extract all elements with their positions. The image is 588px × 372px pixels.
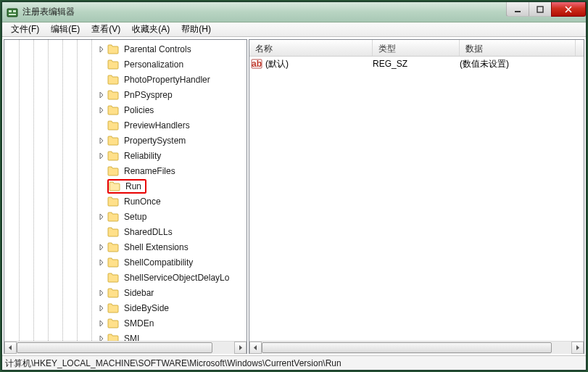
tree-item-label: SMI [122, 333, 141, 342]
menu-favorites[interactable]: 收藏夹(A) [126, 22, 175, 37]
svg-text:ab: ab [252, 59, 262, 69]
svg-rect-2 [13, 10, 16, 12]
tree-item[interactable]: RenameFiles [4, 163, 231, 178]
tree-item-label: PreviewHandlers [122, 120, 192, 131]
values-hscroll[interactable] [249, 341, 584, 353]
tree-item[interactable]: Reliability [4, 148, 231, 163]
app-icon [7, 7, 18, 18]
tree-expander[interactable] [97, 243, 106, 252]
maximize-button[interactable] [529, 2, 552, 17]
tree-expander[interactable] [97, 289, 106, 297]
scroll-right-button[interactable] [571, 342, 584, 354]
scroll-left-button[interactable] [249, 342, 262, 354]
folder-icon [109, 181, 120, 191]
tree-item[interactable]: Personalization [4, 57, 231, 72]
window-buttons [507, 2, 586, 17]
svg-rect-5 [537, 7, 543, 12]
tree-expander[interactable] [97, 319, 106, 328]
tree-item-label: PnPSysprep [122, 89, 175, 101]
tree-item[interactable]: SideBySide [4, 300, 231, 315]
tree-expander-empty [97, 167, 106, 175]
tree: Parental ControlsPersonalizationPhotoPro… [4, 40, 231, 341]
tree-expander-empty [97, 228, 106, 236]
tree-item[interactable]: RunOnce [4, 194, 231, 209]
columns-header: 名称 类型 数据 [249, 40, 584, 57]
tree-item[interactable]: SharedDLLs [4, 224, 231, 239]
folder-icon [107, 257, 119, 268]
tree-expander-empty [97, 60, 106, 69]
tree-item[interactable]: SMDEn [4, 315, 231, 331]
tree-item-label: Sidebar [122, 287, 156, 299]
tree-item-label: Policies [122, 104, 156, 116]
folder-icon [107, 75, 119, 85]
tree-item-label: RenameFiles [122, 165, 178, 177]
scroll-right-button[interactable] [234, 342, 247, 354]
minimize-button[interactable] [506, 2, 529, 17]
tree-expander[interactable] [97, 334, 106, 342]
statusbar-path: 计算机\HKEY_LOCAL_MACHINE\SOFTWARE\Microsof… [5, 358, 341, 368]
tree-item[interactable]: PreviewHandlers [4, 117, 231, 133]
folder-icon [107, 197, 119, 207]
tree-item-label: ShellServiceObjectDelayLo [122, 272, 231, 284]
values-list[interactable]: ab(默认)REG_SZ(数值未设置) [249, 57, 584, 341]
tree-expander[interactable] [97, 91, 106, 99]
tree-expander-empty [97, 182, 106, 191]
svg-rect-4 [515, 11, 521, 12]
tree-scroll[interactable]: Parental ControlsPersonalizationPhotoPro… [4, 40, 247, 341]
scroll-left-button[interactable] [4, 342, 17, 354]
tree-item-label: Personalization [122, 59, 186, 70]
tree-item-label: PhotoPropertyHandler [122, 74, 212, 86]
folder-icon [107, 212, 119, 222]
tree-item[interactable]: PhotoPropertyHandler [4, 72, 231, 87]
menu-help[interactable]: 帮助(H) [175, 22, 217, 37]
titlebar[interactable]: 注册表编辑器 [2, 2, 586, 22]
folder-icon [107, 44, 119, 54]
column-data[interactable]: 数据 [460, 40, 576, 56]
menu-view[interactable]: 查看(V) [86, 22, 126, 37]
tree-item[interactable]: Run [4, 178, 231, 194]
tree-hscroll[interactable] [4, 341, 247, 353]
tree-expander[interactable] [97, 45, 106, 54]
close-button[interactable] [551, 2, 586, 17]
tree-item-label: Setup [122, 211, 149, 223]
tree-expander[interactable] [97, 258, 106, 267]
tree-item[interactable]: Setup [4, 209, 231, 224]
tree-expander[interactable] [97, 304, 106, 313]
tree-item[interactable]: PropertySystem [4, 133, 231, 148]
values-pane: 名称 类型 数据 ab(默认)REG_SZ(数值未设置) [249, 39, 584, 354]
tree-expander-empty [97, 75, 106, 84]
folder-icon [107, 334, 119, 342]
folder-icon [107, 166, 119, 176]
svg-rect-1 [9, 10, 12, 12]
tree-item-label: Run [123, 181, 144, 192]
tree-expander[interactable] [97, 136, 106, 145]
window-title: 注册表编辑器 [22, 6, 507, 18]
menubar: 文件(F) 编辑(E) 查看(V) 收藏夹(A) 帮助(H) [2, 22, 586, 37]
tree-expander[interactable] [97, 212, 106, 221]
tree-expander[interactable] [97, 152, 106, 160]
scroll-thumb[interactable] [17, 342, 212, 353]
column-type[interactable]: 类型 [373, 40, 460, 56]
tree-item[interactable]: Sidebar [4, 285, 231, 300]
menu-edit[interactable]: 编辑(E) [45, 22, 86, 37]
svg-rect-3 [9, 14, 16, 15]
tree-item[interactable]: ShellServiceObjectDelayLo [4, 270, 231, 285]
folder-icon [107, 59, 119, 70]
tree-item[interactable]: Shell Extensions [4, 239, 231, 255]
menu-file[interactable]: 文件(F) [5, 22, 45, 37]
folder-icon [107, 151, 119, 161]
tree-item[interactable]: SMI [4, 331, 231, 341]
tree-item[interactable]: Policies [4, 102, 231, 117]
tree-pane: Parental ControlsPersonalizationPhotoPro… [4, 39, 247, 354]
scroll-thumb[interactable] [262, 342, 552, 353]
tree-item-label: SharedDLLs [122, 226, 175, 238]
tree-item[interactable]: PnPSysprep [4, 87, 231, 102]
value-row[interactable]: ab(默认)REG_SZ(数值未设置) [249, 57, 584, 71]
tree-item[interactable]: ShellCompatibility [4, 255, 231, 270]
scroll-track[interactable] [262, 342, 571, 354]
tree-expander[interactable] [97, 106, 106, 115]
column-name[interactable]: 名称 [249, 40, 373, 56]
string-value-icon: ab [251, 58, 262, 70]
scroll-track[interactable] [17, 342, 234, 354]
tree-item[interactable]: Parental Controls [4, 41, 231, 57]
